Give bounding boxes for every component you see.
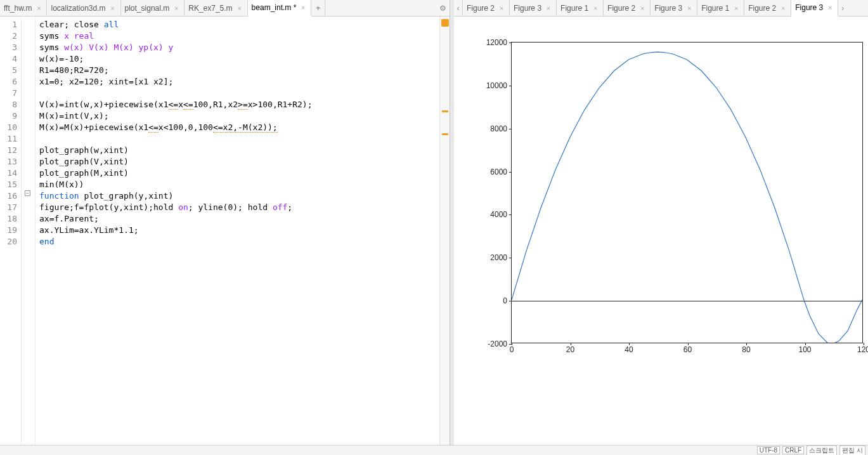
close-icon[interactable]: ×	[638, 4, 646, 12]
code-line: min(M(x))	[39, 179, 439, 190]
plus-icon: +	[316, 4, 320, 13]
figure-tab[interactable]: Figure 2×	[744, 0, 791, 16]
tab-label: localization3d.m	[51, 4, 105, 13]
warning-marker[interactable]	[442, 110, 448, 112]
figure-tab[interactable]: Figure 2×	[463, 0, 510, 16]
warning-summary-icon[interactable]	[441, 19, 449, 27]
tab-label: Figure 1	[701, 4, 729, 13]
tab-label: Figure 3	[654, 4, 682, 13]
tab-scroll-right[interactable]: ›	[838, 0, 847, 16]
line-number: 9	[0, 110, 17, 122]
x-tick-label: 40	[625, 345, 633, 354]
line-number: 14	[0, 168, 17, 179]
tab-options-button[interactable]: ⚙	[436, 0, 450, 16]
y-tick-label: 6000	[477, 168, 507, 176]
line-number: 8	[0, 99, 17, 110]
figure-tab[interactable]: Figure 1×	[697, 0, 744, 16]
code-line: plot_graph(M,xint)	[39, 168, 439, 179]
y-tick-label: -2000	[477, 340, 507, 348]
x-tick-label: 20	[566, 345, 574, 354]
status-bar: UTF-8 CRLF 스크립트 편집 시	[0, 445, 868, 455]
figure-tab[interactable]: Figure 3×	[651, 0, 697, 16]
editor-tab[interactable]: plot_signal.m×	[121, 0, 185, 16]
y-tick-label: 4000	[477, 210, 507, 219]
line-number: 20	[0, 236, 17, 247]
code-line: clear; close all	[39, 19, 439, 30]
close-icon[interactable]: ×	[35, 4, 42, 12]
root: fft_hw.m×localization3d.m×plot_signal.m×…	[0, 0, 868, 455]
status-eol[interactable]: CRLF	[782, 446, 804, 454]
close-icon[interactable]: ×	[236, 4, 243, 12]
close-icon[interactable]: ×	[299, 4, 307, 11]
line-number: 10	[0, 122, 17, 133]
line-number: 6	[0, 76, 17, 88]
close-icon[interactable]: ×	[592, 4, 599, 12]
close-icon[interactable]: ×	[545, 4, 552, 12]
message-bar	[439, 16, 450, 455]
warning-marker[interactable]	[442, 133, 448, 135]
editor-tab[interactable]: beam_int.m *×	[248, 0, 312, 16]
line-number: 5	[0, 65, 17, 76]
new-tab-button[interactable]: +	[311, 0, 325, 16]
line-number-gutter: 1234567891011121314151617181920	[0, 16, 22, 455]
line-number: 18	[0, 213, 17, 225]
editor-tab[interactable]: RK_ex7_5.m×	[185, 0, 247, 16]
tab-label: RK_ex7_5.m	[188, 4, 232, 13]
code-line: syms x real	[39, 30, 439, 42]
tab-label: Figure 3	[514, 4, 541, 13]
axes-container: -200002000400060008000100001200002040608…	[511, 42, 863, 343]
figure-tab[interactable]: Figure 1×	[557, 0, 604, 16]
x-tick-label: 120	[857, 345, 868, 354]
line-number: 4	[0, 53, 17, 65]
axes[interactable]: -200002000400060008000100001200002040608…	[511, 42, 863, 343]
code-line: x1=0; x2=120; xint=[x1 x2];	[39, 76, 439, 88]
close-icon[interactable]: ×	[172, 4, 180, 12]
x-tick-label: 0	[510, 345, 514, 354]
code-line: plot_graph(w,xint)	[39, 145, 439, 156]
line-number: 1	[0, 19, 17, 30]
y-tick-label: 8000	[477, 124, 507, 133]
zero-line	[512, 301, 862, 301]
plot-line	[512, 43, 862, 343]
figure-tab[interactable]: Figure 2×	[604, 0, 651, 16]
close-icon[interactable]: ×	[498, 4, 505, 12]
figure-canvas: -200002000400060008000100001200002040608…	[454, 16, 868, 455]
status-mode[interactable]: 스크립트	[806, 445, 837, 456]
code-line: M(x)=M(x)+piecewise(x1<=x<100,0,100<=x2,…	[39, 122, 439, 133]
tab-label: plot_signal.m	[125, 4, 170, 13]
line-number: 15	[0, 179, 17, 190]
fold-toggle[interactable]: −	[25, 190, 30, 196]
code-line	[39, 88, 439, 99]
editor-pane: fft_hw.m×localization3d.m×plot_signal.m×…	[0, 0, 450, 455]
close-icon[interactable]: ×	[826, 4, 834, 11]
tab-label: beam_int.m *	[252, 3, 297, 12]
close-icon[interactable]: ×	[779, 4, 787, 12]
code-line: end	[39, 236, 439, 247]
code-line: V(x)=int(w,x)+piecewise(x1<=x<=100,R1,x2…	[39, 99, 439, 110]
code-line: figure;f=fplot(y,xint);hold on; yline(0)…	[39, 202, 439, 213]
tab-label: fft_hw.m	[4, 4, 32, 13]
tab-scroll-left[interactable]: ‹	[454, 0, 463, 16]
close-icon[interactable]: ×	[109, 4, 117, 12]
figure-tab[interactable]: Figure 3×	[791, 0, 838, 16]
editor-body: 1234567891011121314151617181920 − clear;…	[0, 16, 450, 455]
line-number: 19	[0, 225, 17, 236]
status-edit[interactable]: 편집 시	[839, 445, 865, 456]
fold-column: −	[22, 16, 36, 455]
line-number: 12	[0, 145, 17, 156]
editor-tab[interactable]: fft_hw.m×	[0, 0, 47, 16]
editor-tabbar: fft_hw.m×localization3d.m×plot_signal.m×…	[0, 0, 450, 16]
y-tick-label: 12000	[477, 38, 507, 47]
figure-tab[interactable]: Figure 3×	[510, 0, 557, 16]
tab-label: Figure 2	[748, 4, 776, 13]
editor-tab[interactable]: localization3d.m×	[47, 0, 120, 16]
x-tick-label: 60	[683, 345, 692, 354]
line-number: 2	[0, 30, 17, 42]
code-area[interactable]: clear; close allsyms x realsyms w(x) V(x…	[36, 16, 439, 455]
close-icon[interactable]: ×	[685, 4, 693, 12]
status-encoding[interactable]: UTF-8	[757, 446, 780, 454]
line-number: 7	[0, 88, 17, 99]
close-icon[interactable]: ×	[732, 4, 740, 12]
code-line: ax.YLim=ax.YLim*1.1;	[39, 225, 439, 236]
tab-label: Figure 2	[607, 4, 635, 13]
